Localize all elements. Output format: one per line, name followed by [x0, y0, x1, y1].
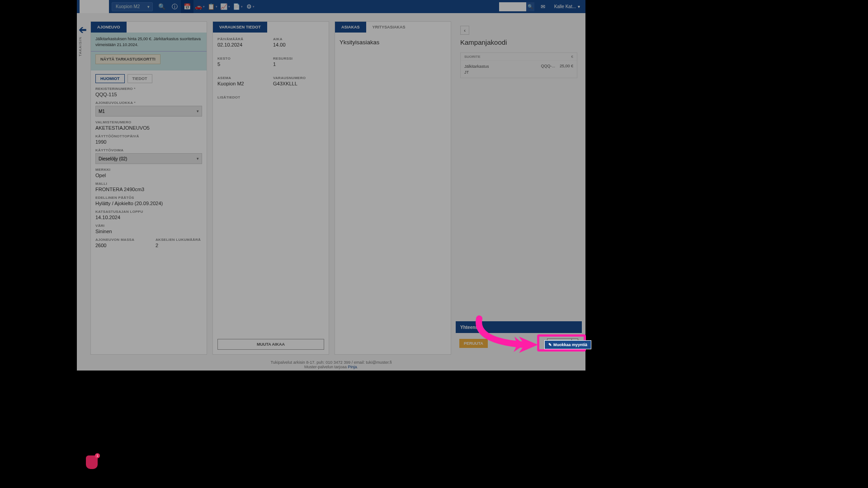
subtab-tiedot[interactable]: TIEDOT [127, 74, 152, 83]
label-time: AIKA [273, 37, 324, 41]
label-fuel: KÄYTTÖVOIMA [95, 148, 202, 152]
pencil-icon: ✎ [548, 343, 552, 347]
gear-icon[interactable]: ⚙▾ [244, 0, 257, 13]
search-nav-icon[interactable]: 🔍 [156, 0, 168, 13]
station-select[interactable]: Kuopion M2 [112, 2, 153, 11]
value-reg: QQQ-115 [95, 92, 202, 97]
value-inspect-end: 14.10.2024 [95, 215, 202, 220]
label-station: ASEMA [217, 76, 269, 80]
value-commission: 1990 [95, 139, 202, 145]
help-widget[interactable] [86, 455, 98, 469]
label-vin: VALMISTENUMERO [95, 120, 202, 124]
label-duration: KESTO [217, 56, 269, 61]
label-mass: AJONEUVON MASSA [95, 238, 142, 242]
label-model: MALLI [95, 182, 202, 186]
tab-booking[interactable]: VARAUKSEN TIEDOT [213, 22, 267, 33]
item-price: 25,00 € [560, 64, 573, 68]
footer: Tukipalvelut arkisin 8-17. puh: 010 3472… [77, 360, 585, 369]
tab-customer[interactable]: ASIAKAS [335, 22, 366, 33]
search-button[interactable]: 🔍 [526, 2, 534, 11]
search-input[interactable] [499, 2, 526, 11]
value-time: 14.00 [273, 42, 324, 47]
clipboard-icon[interactable]: 📋▾ [206, 0, 219, 13]
th-price: € [571, 55, 573, 59]
booking-panel: VARAUKSEN TIEDOT PÄIVÄMÄÄRÄ02.10.2024 AI… [212, 21, 329, 355]
item-sub: JT [464, 70, 489, 75]
campaign-title: Kampanjakoodi [460, 38, 577, 46]
value-mass: 2600 [95, 243, 142, 248]
label-resnum: VARAUSNUMERO [273, 76, 324, 80]
value-make: Opel [95, 173, 202, 178]
info-icon[interactable]: ⓘ [168, 0, 181, 13]
label-date: PÄIVÄMÄÄRÄ [217, 37, 269, 41]
label-reg: REKISTERINUMERO * [95, 87, 202, 91]
edit-sale-button[interactable]: ✎Muokkaa myyntiä [544, 340, 591, 349]
label-commission: KÄYTTÖÖNOTTOPÄIVÄ [95, 134, 202, 138]
subtab-huomiot[interactable]: HUOMIOT [95, 74, 125, 83]
value-prev: Hylätty / Ajokielto (20.09.2024) [95, 201, 202, 206]
tab-vehicle[interactable]: AJONEUVO [91, 22, 127, 33]
tab-business-customer[interactable]: Yritysasiakas [366, 22, 412, 33]
list-icon[interactable]: 📄▾ [231, 0, 244, 13]
chart-icon[interactable]: 📈▾ [219, 0, 231, 13]
back-label: TAKAISIN [78, 37, 82, 56]
user-menu[interactable]: Kalle Kat... ▾ [552, 4, 583, 9]
vehicle-panel: AJONEUVO Jälkitarkastuksen hinta 25,00 €… [90, 21, 207, 355]
value-station: Kuopion M2 [217, 81, 269, 86]
label-extra: LISÄTIEDOT [217, 95, 324, 99]
panel-back-button[interactable]: ‹ [460, 26, 469, 35]
select-class[interactable]: M1 [95, 106, 202, 117]
car-icon[interactable]: 🚗▾ [193, 0, 206, 13]
label-make: MERKKI [95, 168, 202, 172]
campaign-panel: ‹ Kampanjakoodi SUORITE € Jälkitarkastus… [456, 21, 582, 355]
label-resource: RESURSSI [273, 56, 324, 61]
value-resource: 1 [273, 61, 324, 67]
table-row: Jälkitarkastus JT QQQ-... 25,00 € [461, 61, 577, 78]
value-color: Sininen [95, 229, 202, 234]
customer-panel: ASIAKAS Yritysasiakas Yksityisasiakas [335, 21, 451, 355]
calendar-icon[interactable]: 📅 [181, 0, 193, 13]
inspection-alert: Jälkitarkastuksen hinta 25,00 €. Järkita… [91, 33, 207, 52]
value-vin: AKETESTIAJONEUVO5 [95, 125, 202, 131]
value-date: 02.10.2024 [217, 42, 269, 47]
value-duration: 5 [217, 61, 269, 67]
customer-type: Yksityisasiakas [340, 39, 446, 46]
th-suorite: SUORITE [464, 55, 481, 59]
show-inspection-card-button[interactable]: NÄYTÄ TARKASTUSKORTTI [95, 54, 160, 64]
value-resnum: G43XKLLL [273, 81, 324, 86]
value-model: FRONTERA 2490cm3 [95, 187, 202, 192]
item-code: QQQ-... [541, 64, 555, 68]
pinja-link[interactable]: Pinja [348, 365, 357, 369]
mail-icon[interactable]: ✉ [537, 4, 549, 10]
select-fuel[interactable]: Dieselöljy (02) [95, 153, 202, 164]
label-prev: EDELLINEN PÄÄTÖS [95, 196, 202, 200]
change-time-button[interactable]: MUUTA AIKAA [217, 339, 324, 350]
label-inspect-end: KATSASTUSAJAN LOPPU [95, 210, 202, 214]
price-table: SUORITE € Jälkitarkastus JT QQQ-... 25,0… [460, 52, 577, 78]
value-axles: 2 [156, 243, 202, 248]
label-class: AJONEUVOLUOKKA * [95, 101, 202, 105]
label-color: VÄRI [95, 224, 202, 228]
topbar: Kuopion M2 🔍 ⓘ 📅 🚗▾ 📋▾ 📈▾ 📄▾ ⚙▾ 🔍 ✉ Kall… [77, 0, 585, 13]
logo [80, 0, 109, 13]
item-name: Jälkitarkastus [464, 64, 489, 70]
label-axles: AKSELIEN LUKUMÄÄRÄ [156, 238, 202, 242]
back-arrow-icon[interactable]: 🡰 [79, 26, 87, 35]
